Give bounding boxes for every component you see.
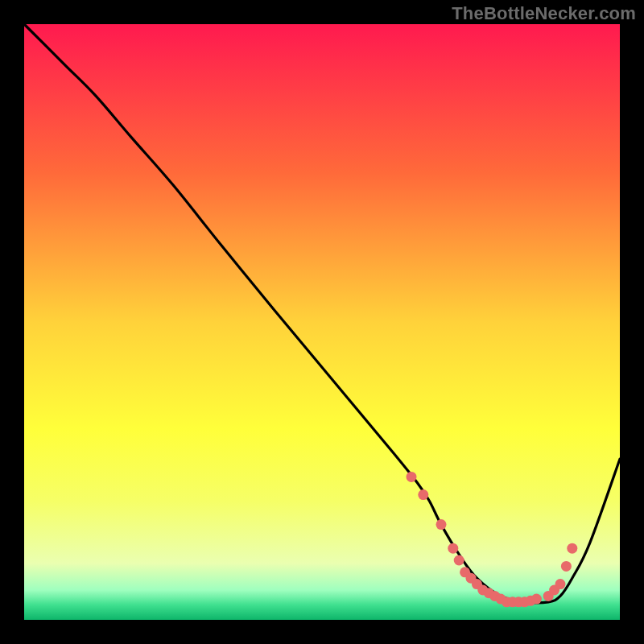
highlight-point [436, 519, 447, 530]
chart-canvas [0, 0, 644, 644]
chart-stage: TheBottleNecker.com [0, 0, 644, 644]
highlight-point [555, 579, 566, 589]
plot-background [24, 24, 620, 620]
highlight-point [454, 555, 464, 566]
highlight-point [407, 472, 417, 482]
highlight-point [561, 561, 572, 572]
highlight-point [418, 489, 428, 500]
highlight-point [448, 543, 458, 554]
highlight-point [567, 543, 577, 554]
highlight-point [531, 594, 542, 605]
